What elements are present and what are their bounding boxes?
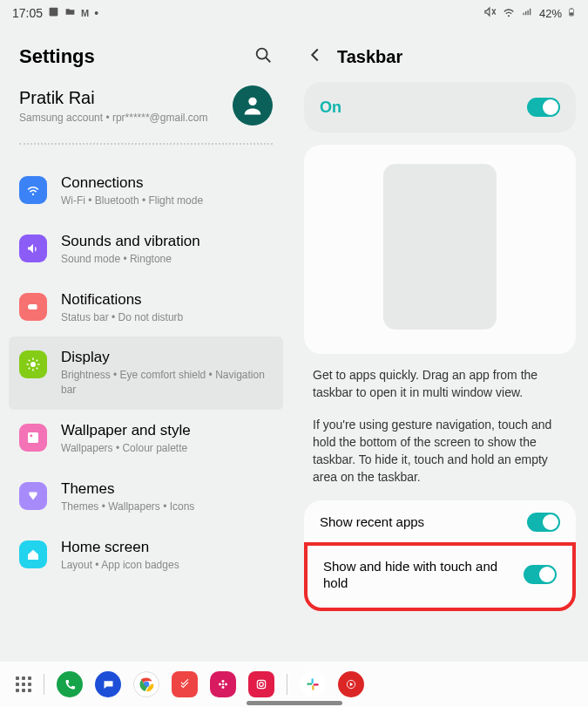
- sound-icon: [19, 235, 47, 262]
- flower-icon: [217, 678, 229, 690]
- gmail-icon: M: [81, 8, 89, 18]
- settings-master-pane: Settings Pratik Rai Samsung account • rp…: [0, 26, 292, 657]
- item-sub: Wallpapers • Colour palette: [61, 441, 273, 456]
- signal-icon: [521, 5, 534, 21]
- app-messages[interactable]: [95, 671, 121, 697]
- sidebar-item-display[interactable]: Display Brightness • Eye comfort shield …: [9, 337, 283, 410]
- svg-rect-27: [257, 680, 265, 688]
- app-phone[interactable]: [57, 671, 83, 697]
- svg-rect-29: [312, 678, 314, 683]
- sidebar-item-connections[interactable]: Connections Wi-Fi • Bluetooth • Flight m…: [0, 162, 292, 221]
- svg-point-22: [222, 683, 224, 685]
- toggle-label: Show recent apps: [320, 513, 527, 531]
- preview-box: [383, 164, 497, 330]
- camera-icon: [255, 678, 267, 690]
- avatar[interactable]: [233, 85, 273, 126]
- svg-line-16: [29, 368, 30, 370]
- svg-point-19: [30, 434, 32, 437]
- divider: [19, 143, 273, 145]
- svg-marker-34: [350, 683, 354, 687]
- wifi-circle-icon: [19, 176, 47, 204]
- status-time: 17:05: [12, 6, 43, 20]
- svg-point-23: [222, 680, 225, 683]
- search-icon: [253, 45, 273, 65]
- messages-icon: [102, 678, 115, 691]
- chrome-icon: [138, 676, 155, 693]
- svg-rect-18: [28, 432, 38, 443]
- taskbar-divider: [44, 674, 44, 695]
- play-circle-icon: [345, 678, 357, 690]
- settings-detail-pane: Taskbar On Get to apps quickly. Drag an …: [292, 26, 588, 657]
- master-toggle-card[interactable]: On: [304, 82, 576, 133]
- home-icon: [19, 540, 47, 568]
- account-name: Pratik Rai: [19, 88, 207, 108]
- app-youtube-music[interactable]: [338, 671, 364, 697]
- sidebar-item-wallpaper[interactable]: Wallpaper and style Wallpapers • Colour …: [0, 410, 292, 468]
- more-notifications-icon: •: [94, 6, 98, 20]
- sidebar-item-homescreen[interactable]: Home screen Layout • App icon badges: [0, 527, 292, 585]
- sidebar-item-sounds[interactable]: Sounds and vibration Sound mode • Ringto…: [0, 221, 292, 279]
- svg-point-28: [260, 683, 264, 687]
- item-title: Notifications: [61, 291, 273, 309]
- sidebar-item-themes[interactable]: Themes Themes • Wallpapers • Icons: [0, 468, 292, 527]
- app-chrome[interactable]: [133, 671, 159, 697]
- phone-icon: [64, 678, 77, 691]
- wifi-icon: [502, 5, 516, 22]
- svg-line-5: [266, 58, 270, 62]
- app-todoist[interactable]: [172, 671, 198, 697]
- svg-rect-31: [312, 685, 314, 690]
- show-recent-apps-toggle[interactable]: [527, 513, 560, 532]
- palette-icon: [19, 482, 47, 510]
- battery-text: 42%: [539, 7, 562, 20]
- slack-icon: [305, 676, 321, 692]
- search-button[interactable]: [253, 45, 273, 68]
- item-sub: Sound mode • Ringtone: [61, 252, 273, 267]
- item-sub: Brightness • Eye comfort shield • Naviga…: [61, 368, 273, 398]
- gallery-icon: [48, 6, 59, 20]
- bell-icon: [19, 293, 47, 321]
- master-toggle[interactable]: [527, 98, 560, 117]
- status-bar: 17:05 M • 42%: [0, 0, 588, 26]
- settings-title: Settings: [19, 45, 95, 68]
- app-photos[interactable]: [210, 671, 236, 697]
- chevron-left-icon: [306, 45, 325, 65]
- app-slack[interactable]: [300, 671, 326, 697]
- item-sub: Themes • Wallpapers • Icons: [61, 500, 273, 514]
- detail-title: Taskbar: [337, 47, 402, 67]
- gesture-nav-handle[interactable]: [247, 701, 342, 705]
- svg-point-24: [222, 686, 225, 689]
- item-title: Home screen: [61, 539, 273, 556]
- svg-point-6: [248, 98, 256, 105]
- sidebar-item-notifications[interactable]: Notifications Status bar • Do not distur…: [0, 279, 292, 337]
- brightness-icon: [19, 350, 47, 378]
- description-1: Get to apps quickly. Drag an app from th…: [292, 366, 588, 416]
- item-title: Themes: [61, 480, 273, 498]
- back-button[interactable]: [306, 45, 325, 68]
- show-hide-touch-hold-row[interactable]: Show and hide with touch and hold: [304, 542, 576, 611]
- item-sub: Status bar • Do not disturb: [61, 310, 273, 325]
- item-sub: Layout • App icon badges: [61, 558, 273, 573]
- show-hide-touch-hold-toggle[interactable]: [524, 565, 557, 584]
- account-row[interactable]: Pratik Rai Samsung account • rpr******@g…: [0, 85, 292, 143]
- toggle-label: Show and hide with touch and hold: [323, 558, 524, 592]
- svg-rect-3: [571, 8, 573, 9]
- taskbar-divider: [287, 674, 287, 695]
- svg-rect-32: [314, 683, 319, 685]
- files-icon: [64, 6, 76, 20]
- show-recent-apps-row[interactable]: Show recent apps: [304, 500, 576, 544]
- description-2: If you're using gesture navigation, touc…: [292, 416, 588, 500]
- item-title: Display: [61, 349, 273, 366]
- app-instagram[interactable]: [248, 671, 274, 697]
- item-sub: Wi-Fi • Bluetooth • Flight mode: [61, 194, 273, 208]
- svg-point-9: [30, 362, 36, 367]
- person-icon: [240, 93, 265, 118]
- apps-drawer-button[interactable]: [16, 676, 31, 692]
- item-title: Connections: [61, 174, 273, 192]
- on-label: On: [320, 99, 341, 117]
- svg-rect-8: [30, 304, 37, 309]
- svg-point-26: [225, 683, 227, 686]
- svg-line-14: [29, 360, 30, 362]
- check-icon: [179, 678, 191, 690]
- account-sub: Samsung account • rpr******@gmail.com: [19, 112, 207, 124]
- svg-rect-30: [307, 683, 312, 685]
